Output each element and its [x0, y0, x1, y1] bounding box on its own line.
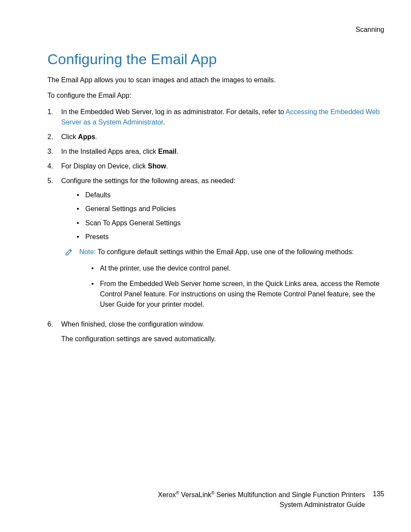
pencil-icon	[65, 248, 73, 259]
step-6: When finished, close the configuration w…	[47, 319, 384, 344]
bullet-general-settings: General Settings and Policies	[75, 204, 384, 214]
bullet-defaults: Defaults	[75, 190, 384, 200]
footer-brand-1: Xerox	[158, 491, 176, 498]
step-2-bold: Apps	[78, 133, 95, 140]
reg-mark-1: ®	[176, 491, 179, 495]
reg-mark-2: ®	[211, 491, 214, 495]
note-bullets: At the printer, use the device control p…	[79, 263, 384, 310]
step-3-prefix: In the Installed Apps area, click	[61, 148, 158, 155]
step-3-bold: Email	[158, 148, 177, 155]
steps-list: In the Embedded Web Server, log in as ad…	[47, 107, 384, 345]
footer-text: Xerox® VersaLink® Series Multifunction a…	[158, 490, 365, 510]
step-2: Click Apps.	[47, 132, 384, 142]
step-2-prefix: Click	[61, 133, 78, 140]
step-1: In the Embedded Web Server, log in as ad…	[47, 107, 384, 128]
note-bullet-1: At the printer, use the device control p…	[90, 263, 384, 274]
step-5: Configure the settings for the following…	[47, 176, 384, 315]
step-2-suffix: .	[95, 133, 97, 140]
footer-line-2: System Administrator Guide	[158, 500, 365, 510]
note-text: To configure default settings within the…	[96, 248, 354, 255]
step-4-suffix: .	[166, 162, 168, 170]
page-number: 135	[373, 490, 384, 498]
bullet-presets: Presets	[75, 232, 384, 242]
note-label: Note:	[79, 248, 96, 255]
step-5-text: Configure the settings for the following…	[61, 177, 236, 184]
step-5-bullets: Defaults General Settings and Policies S…	[61, 190, 384, 242]
footer-brand-2: VersaLink	[179, 491, 212, 498]
step-1-prefix: In the Embedded Web Server, log in as ad…	[61, 108, 286, 115]
step-4-prefix: For Display on Device, click	[61, 162, 148, 170]
step-3: In the Installed Apps area, click Email.	[47, 146, 384, 157]
step-4-bold: Show	[148, 162, 166, 170]
bullet-scan-to-apps: Scan To Apps General Settings	[75, 218, 384, 228]
page-footer: Xerox® VersaLink® Series Multifunction a…	[47, 490, 384, 510]
page-title: Configuring the Email App	[47, 51, 384, 68]
step-3-suffix: .	[177, 148, 178, 155]
lead-in-paragraph: To configure the Email App:	[47, 91, 384, 100]
step-4: For Display on Device, click Show.	[47, 161, 384, 171]
footer-product: Series Multifunction and Single Function…	[215, 491, 365, 498]
note-bullet-2: From the Embedded Web Server home screen…	[90, 279, 384, 310]
step-6-follow: The configuration settings are saved aut…	[61, 334, 384, 344]
step-1-suffix: .	[163, 118, 165, 126]
note-content: Note: To configure default settings with…	[79, 247, 384, 315]
intro-paragraph: The Email App allows you to scan images …	[47, 75, 384, 85]
footer-line-1: Xerox® VersaLink® Series Multifunction a…	[158, 490, 365, 500]
step-6-text: When finished, close the configuration w…	[61, 320, 204, 328]
note-block: Note: To configure default settings with…	[65, 247, 384, 315]
section-header: Scanning	[47, 26, 384, 34]
